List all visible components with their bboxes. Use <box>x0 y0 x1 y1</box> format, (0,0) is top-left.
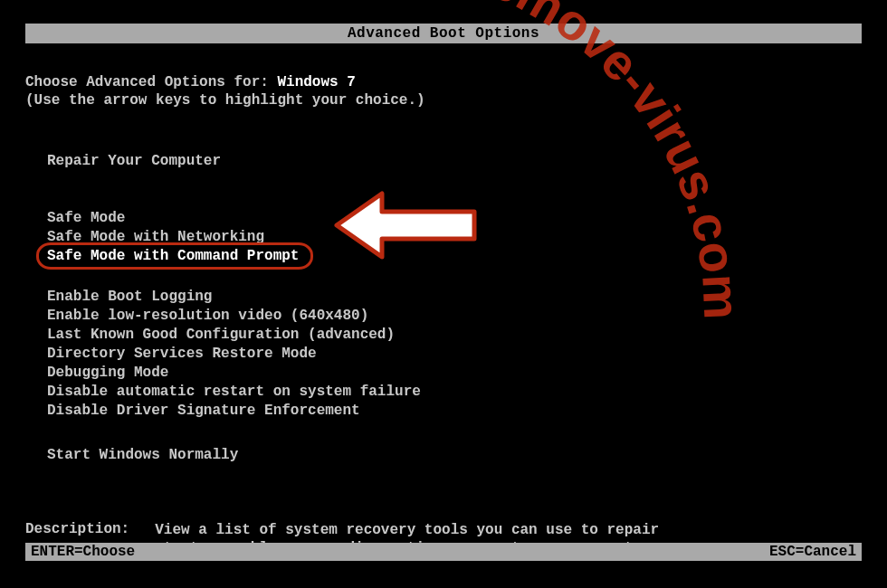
footer-bar: ENTER=Choose ESC=Cancel <box>25 543 862 561</box>
menu-group-normal: Start Windows Normally <box>43 446 862 465</box>
menu-item-disable-auto-restart[interactable]: Disable automatic restart on system fail… <box>43 383 428 402</box>
header-bar: Advanced Boot Options <box>25 24 862 43</box>
prompt-line: Choose Advanced Options for: Windows 7 <box>25 74 862 90</box>
usage-note: (Use the arrow keys to highlight your ch… <box>25 92 862 109</box>
menu-item-start-windows-normally[interactable]: Start Windows Normally <box>43 446 245 465</box>
menu-group-advanced: Enable Boot Logging Enable low-resolutio… <box>43 288 862 421</box>
menu-item-safe-mode-command-prompt[interactable]: Safe Mode with Command Prompt <box>43 247 306 266</box>
menu-item-disable-driver-sig-enforcement[interactable]: Disable Driver Signature Enforcement <box>43 402 367 421</box>
footer-enter: ENTER=Choose <box>31 544 135 560</box>
menu-group-safe-mode: Safe Mode Safe Mode with Networking Safe… <box>43 209 862 266</box>
menu-item-debugging-mode[interactable]: Debugging Mode <box>43 364 176 383</box>
menu-item-repair-your-computer[interactable]: Repair Your Computer <box>43 152 228 171</box>
menu-item-highlighted-wrapper: Safe Mode with Command Prompt <box>43 247 306 266</box>
menu-item-last-known-good-config[interactable]: Last Known Good Configuration (advanced) <box>43 326 402 345</box>
menu-group-repair: Repair Your Computer <box>43 152 862 171</box>
menu-item-safe-mode[interactable]: Safe Mode <box>43 209 132 228</box>
prompt-label: Choose Advanced Options for: <box>25 74 277 90</box>
header-title: Advanced Boot Options <box>348 25 539 42</box>
menu-item-directory-services-restore[interactable]: Directory Services Restore Mode <box>43 345 324 364</box>
menu-item-safe-mode-networking[interactable]: Safe Mode with Networking <box>43 228 272 247</box>
content-area: Choose Advanced Options for: Windows 7 (… <box>25 72 862 543</box>
menu-item-enable-boot-logging[interactable]: Enable Boot Logging <box>43 288 219 307</box>
footer-esc: ESC=Cancel <box>769 544 856 560</box>
menu-item-enable-low-res-video[interactable]: Enable low-resolution video (640x480) <box>43 307 376 326</box>
prompt-os: Windows 7 <box>277 74 355 90</box>
